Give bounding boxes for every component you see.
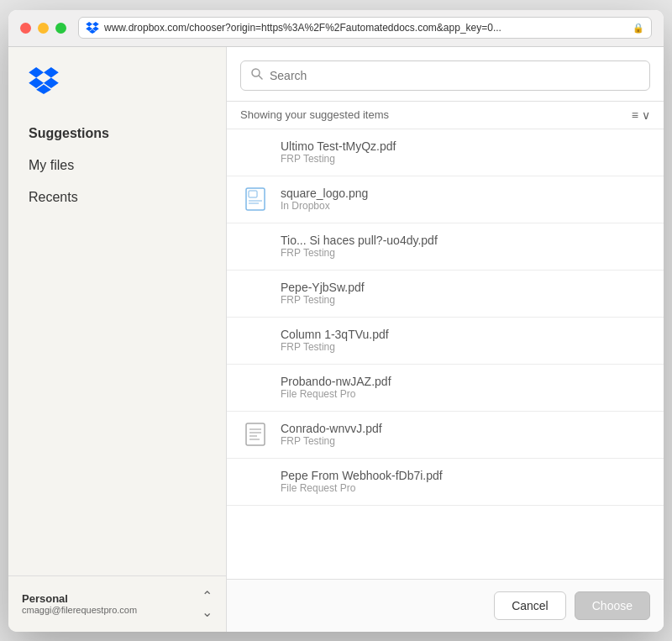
account-chevron-icon[interactable]: ⌃⌄ xyxy=(202,588,213,620)
url-bar: www.dropbox.com/chooser?origin=https%3A%… xyxy=(78,17,652,39)
sidebar-item-my-files[interactable]: My files xyxy=(8,150,226,181)
file-subtitle: FRP Testing xyxy=(281,247,650,259)
file-name: Column 1-3qTVu.pdf xyxy=(281,328,650,341)
sidebar-logo-area xyxy=(8,47,226,111)
dropbox-chooser-window: www.dropbox.com/chooser?origin=https%3A%… xyxy=(8,10,664,632)
doc-file-icon xyxy=(245,423,265,446)
sidebar: Suggestions My files Recents Personal cm… xyxy=(8,47,227,632)
file-info: Pepe-YjbSw.pdf FRP Testing xyxy=(281,281,650,306)
file-list-item[interactable]: Tio... Si haces pull?-uo4dy.pdf FRP Test… xyxy=(227,223,664,271)
file-name: square_logo.png xyxy=(281,187,650,200)
file-icon-area xyxy=(240,234,270,258)
sidebar-nav: Suggestions My files Recents xyxy=(8,111,226,575)
file-list: Ultimo Test-tMyQz.pdf FRP Testing square… xyxy=(227,129,664,579)
list-header-controls: ≡ ∨ xyxy=(632,108,650,122)
file-list-item[interactable]: Probando-nwJAZ.pdf File Request Pro xyxy=(227,365,664,412)
search-icon xyxy=(251,68,263,82)
file-list-item[interactable]: Conrado-wnvvJ.pdf FRP Testing xyxy=(227,412,664,459)
empty-icon xyxy=(244,376,267,399)
list-header: Showing your suggested items ≡ ∨ xyxy=(227,102,664,129)
dropbox-logo-icon xyxy=(29,67,59,94)
file-icon-area xyxy=(240,470,270,493)
file-name: Conrado-wnvvJ.pdf xyxy=(281,422,650,435)
file-subtitle: In Dropbox xyxy=(281,200,650,212)
file-subtitle: File Request Pro xyxy=(281,482,650,494)
main-content: Suggestions My files Recents Personal cm… xyxy=(8,47,664,632)
file-icon-area xyxy=(240,187,270,211)
file-icon-area xyxy=(240,281,270,305)
account-info: Personal cmaggi@filerequestpro.com xyxy=(22,592,137,615)
file-list-item[interactable]: Ultimo Test-tMyQz.pdf FRP Testing xyxy=(227,129,664,176)
dropbox-favicon-icon xyxy=(86,22,99,34)
file-icon-area xyxy=(240,140,270,164)
svg-rect-6 xyxy=(246,423,265,445)
maximize-button[interactable] xyxy=(55,23,66,34)
file-subtitle: FRP Testing xyxy=(281,341,650,353)
file-name: Pepe-YjbSw.pdf xyxy=(281,281,650,294)
svg-line-1 xyxy=(259,76,262,79)
list-header-text: Showing your suggested items xyxy=(240,108,389,121)
file-name: Probando-nwJAZ.pdf xyxy=(281,375,650,388)
file-info: Ultimo Test-tMyQz.pdf FRP Testing xyxy=(281,139,650,165)
cancel-button[interactable]: Cancel xyxy=(494,591,566,620)
chevron-down-icon[interactable]: ∨ xyxy=(642,108,650,122)
file-icon-area xyxy=(240,423,270,446)
empty-icon xyxy=(244,140,267,164)
file-info: Conrado-wnvvJ.pdf FRP Testing xyxy=(281,422,650,447)
minimize-button[interactable] xyxy=(38,23,49,34)
sidebar-footer: Personal cmaggi@filerequestpro.com ⌃⌄ xyxy=(8,575,226,632)
sidebar-item-recents[interactable]: Recents xyxy=(8,181,226,213)
file-list-item[interactable]: Pepe-YjbSw.pdf FRP Testing xyxy=(227,271,664,318)
account-label: Personal xyxy=(22,592,137,605)
file-info: Pepe From Webhook-fDb7i.pdf File Request… xyxy=(281,469,650,494)
file-subtitle: File Request Pro xyxy=(281,388,650,400)
file-subtitle: FRP Testing xyxy=(281,153,650,165)
sidebar-item-suggestions[interactable]: Suggestions xyxy=(8,118,226,150)
image-file-icon xyxy=(245,187,265,211)
empty-icon xyxy=(244,470,267,493)
close-button[interactable] xyxy=(20,23,31,34)
title-bar: www.dropbox.com/chooser?origin=https%3A%… xyxy=(8,10,664,47)
url-text: www.dropbox.com/chooser?origin=https%3A%… xyxy=(104,22,627,34)
lock-icon: 🔒 xyxy=(633,23,644,34)
file-icon-area xyxy=(240,328,270,352)
file-subtitle: FRP Testing xyxy=(281,294,650,306)
search-bar xyxy=(240,60,650,91)
file-info: Probando-nwJAZ.pdf File Request Pro xyxy=(281,375,650,400)
file-info: square_logo.png In Dropbox xyxy=(281,187,650,212)
file-subtitle: FRP Testing xyxy=(281,435,650,447)
search-input[interactable] xyxy=(270,69,639,82)
choose-button[interactable]: Choose xyxy=(575,591,650,620)
empty-icon xyxy=(244,328,267,352)
hamburger-icon[interactable]: ≡ xyxy=(632,108,638,122)
file-list-item[interactable]: Column 1-3qTVu.pdf FRP Testing xyxy=(227,318,664,365)
file-list-item[interactable]: square_logo.png In Dropbox xyxy=(227,176,664,223)
right-panel: Showing your suggested items ≡ ∨ Ultimo … xyxy=(227,47,664,632)
file-icon-area xyxy=(240,376,270,399)
file-name: Pepe From Webhook-fDb7i.pdf xyxy=(281,469,650,482)
empty-icon xyxy=(244,234,267,258)
file-name: Ultimo Test-tMyQz.pdf xyxy=(281,139,650,153)
account-email: cmaggi@filerequestpro.com xyxy=(22,605,137,615)
search-bar-container xyxy=(227,47,664,102)
file-info: Column 1-3qTVu.pdf FRP Testing xyxy=(281,328,650,353)
empty-icon xyxy=(244,281,267,305)
file-list-item[interactable]: Pepe From Webhook-fDb7i.pdf File Request… xyxy=(227,459,664,506)
footer-buttons: Cancel Choose xyxy=(227,579,664,632)
file-info: Tio... Si haces pull?-uo4dy.pdf FRP Test… xyxy=(281,234,650,259)
traffic-lights xyxy=(20,23,66,34)
file-name: Tio... Si haces pull?-uo4dy.pdf xyxy=(281,234,650,247)
